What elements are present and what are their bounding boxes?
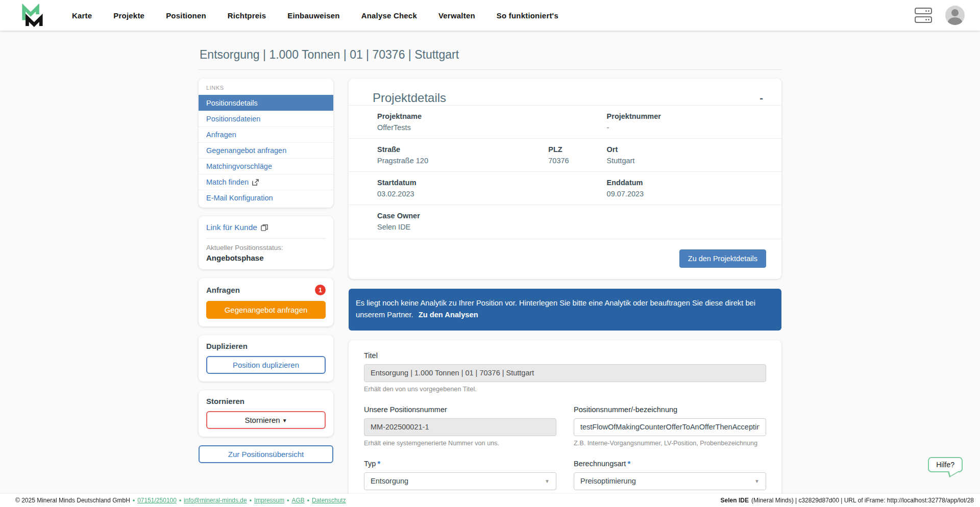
project-row-address: Straße Pragstraße 120 PLZ 70376 Ort Stut…	[349, 138, 781, 171]
phone-link[interactable]: 07151/250100	[137, 497, 177, 504]
footer-user-name: Selen IDE	[721, 497, 749, 504]
user-avatar[interactable]	[945, 6, 965, 25]
plz-label: PLZ	[548, 145, 606, 154]
strasse-value: Pragstraße 120	[377, 157, 548, 165]
footer-separator: •	[287, 497, 289, 504]
sidebar-item-gegenangebot-anfragen[interactable]: Gegenangebot anfragen	[199, 142, 333, 158]
anfragen-count-badge: 1	[315, 285, 326, 295]
plz-value: 70376	[548, 157, 606, 165]
customer-card-divider	[206, 238, 326, 239]
main-nav: Karte Projekte Positionen Richtpreis Ein…	[72, 11, 558, 20]
copyright-text: © 2025 Mineral Minds Deutschland GmbH	[15, 497, 130, 504]
titel-input[interactable]	[364, 364, 766, 382]
sidebar-item-positionsdateien[interactable]: Positionsdateien	[199, 111, 333, 126]
sidebar: LINKS Positionsdetails Positionsdateien …	[199, 79, 333, 463]
enddatum-label: Enddatum	[607, 179, 766, 187]
sidebar-item-matchingvorschlaege[interactable]: Matchingvorschläge	[199, 158, 333, 174]
position-status-label: Aktueller Positionsstatus:	[206, 244, 326, 251]
sidebar-item-label: Match finden	[206, 178, 249, 186]
positionsnummer-helper: Z.B. Interne-Vorgangsnummer, LV-Position…	[574, 440, 766, 447]
anfragen-card: Anfragen 1 Gegenangebot anfragen	[199, 278, 333, 326]
position-duplizieren-button[interactable]: Position duplizieren	[206, 356, 326, 374]
nav-richtpreis[interactable]: Richtpreis	[228, 11, 266, 20]
berechnungsart-select[interactable]: Preisoptimierung ▼	[574, 472, 766, 490]
collapse-icon[interactable]: -	[756, 91, 766, 105]
projektdetails-title: Projektdetails	[373, 91, 446, 105]
chevron-down-icon: ▼	[545, 478, 550, 484]
link-fuer-kunde[interactable]: Link für Kunde	[206, 223, 268, 232]
main-column: Projektdetails - Projektname OfferTests …	[349, 79, 781, 507]
titel-label: Titel	[364, 351, 766, 360]
unsere-positionsnummer-label: Unsere Positionsnummer	[364, 405, 556, 414]
copy-icon	[261, 224, 268, 231]
case-owner-label: Case Owner	[377, 212, 607, 220]
external-link-icon	[252, 179, 259, 186]
nav-verwalten[interactable]: Verwalten	[438, 11, 475, 20]
stornieren-dropdown-button[interactable]: Stornieren▼	[206, 411, 326, 429]
stornieren-button-label: Stornieren	[244, 416, 280, 424]
sidebar-item-email-konfiguration[interactable]: E-Mail Konfiguration	[199, 190, 333, 206]
project-row-owner: Case Owner Selen IDE	[349, 205, 781, 238]
gegenangebot-anfragen-button[interactable]: Gegenangebot anfragen	[206, 301, 326, 319]
title-divider	[199, 69, 781, 70]
startdatum-value: 03.02.2023	[377, 190, 607, 198]
nav-analyse-check[interactable]: Analyse Check	[361, 11, 417, 20]
nav-einbauweisen[interactable]: Einbauweisen	[287, 11, 339, 20]
project-row-name: Projektname OfferTests Projektnummer -	[349, 105, 781, 138]
duplizieren-card: Duplizieren Position duplizieren	[199, 335, 333, 382]
unsere-positionsnummer-helper: Erhält eine systemgenerierte Nummer von …	[364, 440, 556, 447]
email-link[interactable]: info@mineral-minds.de	[184, 497, 247, 504]
typ-label-text: Typ	[364, 460, 376, 468]
enddatum-value: 09.07.2023	[607, 190, 766, 198]
berechnungsart-label-text: Berechnungsart	[574, 460, 626, 468]
footer-separator: •	[307, 497, 309, 504]
chevron-down-icon: ▼	[754, 478, 760, 484]
strasse-label: Straße	[377, 145, 548, 154]
unsere-positionsnummer-input[interactable]	[364, 418, 556, 436]
environment-switcher-icon[interactable]	[915, 8, 932, 23]
app-footer: © 2025 Mineral Minds Deutschland GmbH • …	[0, 494, 980, 507]
link-fuer-kunde-label: Link für Kunde	[206, 223, 257, 232]
footer-separator: •	[133, 497, 135, 504]
berechnungsart-label: Berechnungsart*	[574, 460, 766, 468]
footer-session-info: (Mineral Minds) | c32829d87d00 | URL of …	[751, 497, 974, 504]
projektnummer-value: -	[607, 123, 766, 132]
mineral-minds-logo-icon[interactable]	[20, 4, 44, 27]
sidebar-item-match-finden[interactable]: Match finden	[199, 174, 333, 190]
customer-link-card: Link für Kunde Aktueller Positionsstatus…	[199, 216, 333, 269]
ort-label: Ort	[607, 145, 766, 154]
titel-helper: Erhält den von uns vorgegebenen Titel.	[364, 386, 766, 393]
projektname-value: OfferTests	[377, 123, 607, 132]
typ-select[interactable]: Entsorgung ▼	[364, 472, 556, 490]
impressum-link[interactable]: Impressum	[254, 497, 284, 504]
zu-den-projektdetails-button[interactable]: Zu den Projektdetails	[679, 249, 766, 268]
app-header: Karte Projekte Positionen Richtpreis Ein…	[0, 0, 980, 31]
duplizieren-card-title: Duplizieren	[206, 342, 248, 350]
page-title: Entsorgung | 1.000 Tonnen | 01 | 70376 |…	[199, 48, 781, 62]
position-form-card: Titel Erhält den von uns vorgegebenen Ti…	[349, 340, 781, 507]
nav-positionen[interactable]: Positionen	[166, 11, 206, 20]
anfragen-card-title: Anfragen	[206, 286, 240, 294]
agb-link[interactable]: AGB	[291, 497, 304, 504]
sidebar-item-positionsdetails[interactable]: Positionsdetails	[199, 95, 333, 111]
position-status-value: Angebotsphase	[206, 253, 326, 262]
project-row-dates: Startdatum 03.02.2023 Enddatum 09.07.202…	[349, 171, 781, 205]
typ-select-value: Entsorgung	[371, 477, 408, 485]
positionsnummer-input[interactable]	[574, 418, 766, 436]
zu-den-analysen-link[interactable]: Zu den Analysen	[419, 311, 478, 319]
projektdetails-card: Projektdetails - Projektname OfferTests …	[349, 79, 781, 279]
positionsnummer-label: Positionsnummer/-bezeichnung	[574, 405, 766, 414]
typ-label: Typ*	[364, 460, 556, 468]
nav-so-funktionierts[interactable]: So funktioniert's	[497, 11, 558, 20]
zur-positionsuebersicht-button[interactable]: Zur Positionsübersicht	[199, 445, 333, 463]
projektnummer-label: Projektnummer	[607, 112, 766, 120]
nav-karte[interactable]: Karte	[72, 11, 92, 20]
sidebar-item-anfragen[interactable]: Anfragen	[199, 126, 333, 142]
hilfe-button[interactable]: Hilfe?	[928, 457, 963, 472]
case-owner-value: Selen IDE	[377, 223, 607, 231]
projektname-label: Projektname	[377, 112, 607, 120]
ort-value: Stuttgart	[607, 157, 766, 165]
datenschutz-link[interactable]: Datenschutz	[312, 497, 346, 504]
nav-projekte[interactable]: Projekte	[113, 11, 144, 20]
berechnungsart-select-value: Preisoptimierung	[580, 477, 636, 485]
